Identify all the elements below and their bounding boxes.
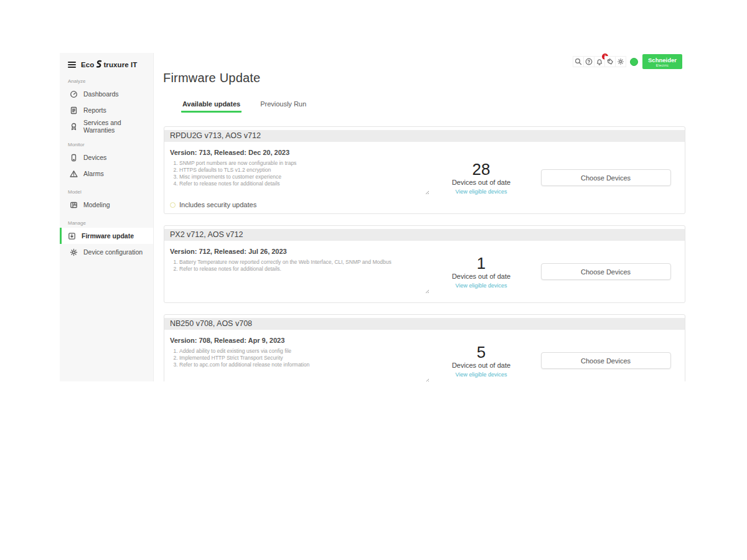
device-stats: 1 Devices out of date View eligible devi… bbox=[428, 246, 534, 297]
device-stats: 5 Devices out of date View eligible devi… bbox=[428, 335, 534, 381]
resize-handle-icon[interactable] bbox=[425, 374, 430, 381]
choose-devices-button[interactable]: Choose Devices bbox=[541, 352, 671, 369]
ribbon-icon bbox=[70, 123, 78, 131]
sidebar-item-label: Alarms bbox=[83, 170, 104, 177]
sidebar: Eco truxure IT Analyze Dashboards Report… bbox=[60, 53, 154, 381]
choose-devices-button[interactable]: Choose Devices bbox=[541, 169, 671, 186]
report-document-icon bbox=[70, 106, 78, 114]
page-title: Firmware Update bbox=[163, 71, 260, 85]
resize-handle-icon[interactable] bbox=[425, 186, 430, 197]
update-card-rpdu2g: RPDU2G v713, AOS v712 Version: 713, Rele… bbox=[164, 126, 685, 214]
release-notes-box: Added ability to edit existing users via… bbox=[170, 348, 428, 381]
release-note: Implemented HTTP Strict Transport Securi… bbox=[179, 355, 428, 362]
app-logo[interactable]: Eco truxure IT bbox=[81, 60, 137, 70]
view-eligible-devices-link[interactable]: View eligible devices bbox=[456, 189, 507, 195]
section-label-model: Model bbox=[60, 182, 153, 197]
count-label: Devices out of date bbox=[452, 273, 510, 280]
sidebar-item-modeling[interactable]: Modeling bbox=[60, 197, 153, 213]
resize-handle-icon[interactable] bbox=[425, 285, 430, 296]
hamburger-menu-icon[interactable] bbox=[68, 62, 76, 68]
release-notes-box: SNMP port numbers are now configurable i… bbox=[170, 160, 428, 198]
tab-bar: Available updates Previously Run bbox=[181, 100, 308, 113]
version-line: Version: 713, Released: Dec 20, 2023 bbox=[170, 149, 428, 156]
sidebar-item-label: Devices bbox=[83, 154, 106, 161]
sidebar-item-services-and-warranties[interactable]: Services and Warranties bbox=[60, 118, 153, 134]
update-card-px2: PX2 v712, AOS v712 Version: 712, Release… bbox=[164, 225, 685, 303]
release-notes-column: Version: 713, Released: Dec 20, 2023 SNM… bbox=[170, 147, 428, 208]
logo-row: Eco truxure IT bbox=[60, 53, 153, 71]
app-window: Eco truxure IT Analyze Dashboards Report… bbox=[60, 53, 687, 381]
sidebar-item-alarms[interactable]: Alarms bbox=[60, 166, 153, 182]
security-updates-row: Includes security updates bbox=[170, 201, 428, 208]
release-note: SNMP port numbers are now configurable i… bbox=[179, 160, 428, 167]
sidebar-item-label: Firmware update bbox=[82, 232, 134, 240]
section-label-analyze: Analyze bbox=[60, 71, 153, 86]
update-card-list: RPDU2G v713, AOS v712 Version: 713, Rele… bbox=[164, 126, 685, 381]
security-note-label: Includes security updates bbox=[179, 201, 256, 208]
out-of-date-count: 5 bbox=[477, 343, 486, 361]
sidebar-item-dashboards[interactable]: Dashboards bbox=[60, 86, 153, 102]
out-of-date-count: 28 bbox=[472, 161, 491, 178]
release-notes-column: Version: 712, Released: Jul 26, 2023 Bat… bbox=[170, 246, 428, 297]
release-note: Refer to apc.com for additional release … bbox=[179, 362, 428, 368]
tab-previously-run[interactable]: Previously Run bbox=[259, 100, 308, 113]
card-title: PX2 v712, AOS v712 bbox=[164, 229, 685, 241]
version-line: Version: 712, Released: Jul 26, 2023 bbox=[170, 248, 428, 255]
alarm-triangle-icon bbox=[70, 170, 78, 178]
modeling-map-icon bbox=[70, 201, 78, 209]
sidebar-item-devices[interactable]: Devices bbox=[60, 149, 153, 166]
card-title: RPDU2G v713, AOS v712 bbox=[164, 130, 685, 142]
update-card-nb250: NB250 v708, AOS v708 Version: 708, Relea… bbox=[164, 314, 685, 381]
release-note: Refer to release notes for additional de… bbox=[179, 180, 428, 187]
sidebar-item-label: Services and Warranties bbox=[83, 119, 153, 134]
release-notes-column: Version: 708, Released: Apr 9, 2023 Adde… bbox=[170, 335, 428, 381]
firmware-update-icon bbox=[68, 232, 76, 240]
release-note: Refer to release notes for additional de… bbox=[179, 266, 428, 273]
device-stats: 28 Devices out of date View eligible dev… bbox=[428, 147, 534, 208]
version-line: Version: 708, Released: Apr 9, 2023 bbox=[170, 337, 428, 344]
count-label: Devices out of date bbox=[452, 179, 510, 186]
logo-suffix: truxure IT bbox=[103, 61, 137, 68]
view-eligible-devices-link[interactable]: View eligible devices bbox=[456, 371, 507, 378]
main-content: Firmware Update Available updates Previo… bbox=[154, 53, 687, 381]
sidebar-item-label: Reports bbox=[83, 106, 106, 114]
count-label: Devices out of date bbox=[452, 362, 510, 369]
device-icon bbox=[70, 154, 78, 162]
sidebar-item-firmware-update[interactable]: Firmware update bbox=[60, 228, 153, 244]
ecostruxure-loop-icon bbox=[95, 60, 103, 70]
sidebar-item-reports[interactable]: Reports bbox=[60, 102, 153, 118]
choose-devices-button[interactable]: Choose Devices bbox=[541, 263, 671, 280]
card-title: NB250 v708, AOS v708 bbox=[164, 318, 685, 330]
release-note: Battery Temperature now reported correct… bbox=[179, 259, 428, 266]
configuration-gear-icon bbox=[70, 248, 78, 256]
section-label-manage: Manage bbox=[60, 213, 153, 228]
sidebar-item-label: Dashboards bbox=[83, 90, 119, 98]
sidebar-item-device-configuration[interactable]: Device configuration bbox=[60, 244, 153, 260]
release-note: Misc improvements to customer experience bbox=[179, 174, 428, 180]
sidebar-item-label: Modeling bbox=[83, 201, 110, 208]
gauge-icon bbox=[70, 90, 78, 98]
sidebar-item-label: Device configuration bbox=[83, 248, 143, 256]
release-notes-box: Battery Temperature now reported correct… bbox=[170, 259, 428, 297]
view-eligible-devices-link[interactable]: View eligible devices bbox=[456, 282, 507, 289]
section-label-monitor: Monitor bbox=[60, 134, 153, 149]
tab-available-updates[interactable]: Available updates bbox=[181, 100, 242, 113]
release-note: HTTPS defaults to TLS v1.2 encryption bbox=[179, 167, 428, 174]
out-of-date-count: 1 bbox=[477, 254, 486, 272]
logo-prefix: Eco bbox=[81, 61, 94, 68]
release-note: Added ability to edit existing users via… bbox=[179, 348, 428, 355]
security-status-icon bbox=[170, 202, 176, 208]
